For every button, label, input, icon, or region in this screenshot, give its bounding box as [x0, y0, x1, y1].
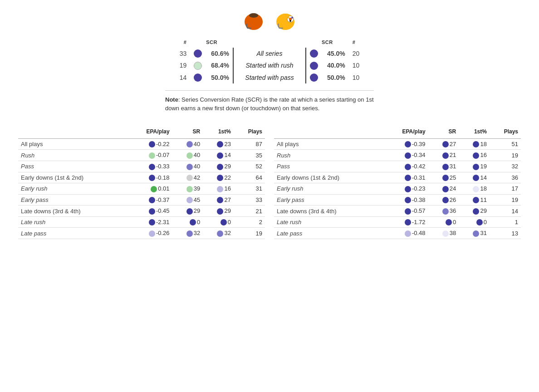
- first-cell: 32: [203, 228, 234, 239]
- row-label: Early pass: [274, 194, 382, 206]
- row-label: Late pass: [18, 228, 127, 239]
- first-dot-icon: [476, 219, 483, 225]
- series-table: # SCR SCR # 33 60.6% All series 45.0% 20: [176, 39, 363, 83]
- browns-col-label: [18, 127, 127, 139]
- sr-dot-icon: [442, 208, 449, 215]
- sr-dot-icon: [442, 186, 449, 192]
- row-label: All plays: [18, 138, 127, 150]
- table-row: Late pass-0.48383113: [274, 228, 521, 239]
- sr-dot-icon: [186, 230, 193, 237]
- sr-dot-icon: [186, 186, 193, 192]
- row-label: Early downs (1st & 2nd): [18, 172, 127, 183]
- epa-dot-icon: [149, 175, 155, 181]
- left-num-3: 14: [176, 72, 191, 83]
- browns-col-first: 1st%: [203, 127, 234, 139]
- first-cell: 14: [203, 150, 234, 161]
- epa-cell: -0.26: [127, 228, 172, 239]
- svg-point-9: [289, 20, 291, 22]
- series-row-all: 33 60.6% All series 45.0% 20: [176, 48, 363, 59]
- first-dot-icon: [473, 197, 479, 203]
- first-dot-icon: [217, 208, 223, 215]
- table-row: Early pass-0.37452733: [18, 194, 265, 206]
- epa-cell: 0.01: [127, 183, 172, 195]
- row-label: Early rush: [274, 183, 382, 195]
- epa-dot-icon: [405, 175, 411, 181]
- first-cell: 14: [459, 172, 490, 183]
- row-label: Late rush: [274, 216, 382, 228]
- epa-dot-icon: [149, 197, 155, 203]
- epa-dot-icon: [405, 230, 411, 237]
- sr-cell: 36: [428, 206, 459, 217]
- first-cell: 29: [459, 206, 490, 217]
- right-dot-1: [306, 48, 323, 59]
- sr-cell: 45: [172, 194, 203, 206]
- series-label-1: All series: [233, 48, 306, 59]
- epa-cell: -0.23: [382, 183, 428, 195]
- table-row: Rush-0.07401435: [18, 150, 265, 161]
- epa-cell: -0.39: [382, 138, 428, 150]
- plays-cell: 31: [234, 183, 265, 195]
- epa-dot-icon: [149, 164, 155, 170]
- steelers-col-first: 1st%: [459, 127, 490, 139]
- sr-cell: 38: [428, 228, 459, 239]
- epa-cell: -0.22: [127, 138, 172, 150]
- table-row: Late rush-2.31002: [18, 216, 265, 228]
- right-num-2: 10: [349, 59, 363, 71]
- steelers-stats: EPA/play SR 1st% Plays All plays-0.39271…: [270, 127, 525, 239]
- plays-cell: 19: [490, 194, 521, 206]
- row-label: Early rush: [18, 183, 127, 195]
- plays-cell: 52: [234, 161, 265, 172]
- plays-cell: 17: [490, 183, 521, 195]
- row-label: Late downs (3rd & 4th): [274, 206, 382, 217]
- first-dot-icon: [217, 197, 223, 203]
- first-cell: 19: [459, 161, 490, 172]
- sr-cell: 21: [428, 150, 459, 161]
- first-dot-icon: [473, 164, 479, 170]
- sr-dot-icon: [186, 141, 193, 147]
- epa-dot-icon: [149, 219, 155, 225]
- plays-cell: 19: [234, 228, 265, 239]
- sr-dot-icon: [186, 152, 193, 159]
- epa-cell: -0.37: [127, 194, 172, 206]
- first-dot-icon: [217, 230, 223, 237]
- row-label: All plays: [274, 138, 382, 150]
- stats-section: EPA/play SR 1st% Plays All plays-0.22402…: [9, 127, 530, 239]
- epa-dot-icon: [405, 197, 411, 203]
- note-bold: Note: [165, 96, 178, 103]
- left-dot-1: [190, 48, 207, 59]
- epa-dot-icon: [405, 186, 411, 192]
- steelers-col-sr: SR: [428, 127, 459, 139]
- sr-dot-icon: [186, 164, 193, 170]
- table-row: Late rush-1.72001: [274, 216, 521, 228]
- plays-cell: 2: [234, 216, 265, 228]
- series-row-rush: 19 68.4% Started with rush 40.0% 10: [176, 59, 363, 71]
- first-cell: 0: [459, 216, 490, 228]
- epa-cell: -0.42: [382, 161, 428, 172]
- plays-cell: 21: [234, 206, 265, 217]
- table-row: Early pass-0.38261119: [274, 194, 521, 206]
- row-label: Early pass: [18, 194, 127, 206]
- series-label-2: Started with rush: [233, 59, 306, 71]
- first-cell: 18: [459, 138, 490, 150]
- epa-cell: -0.57: [382, 206, 428, 217]
- plays-cell: 35: [234, 150, 265, 161]
- epa-cell: -1.72: [382, 216, 428, 228]
- sr-cell: 40: [172, 138, 203, 150]
- epa-dot-icon: [149, 152, 155, 159]
- row-label: Pass: [274, 161, 382, 172]
- browns-col-plays: Plays: [234, 127, 265, 139]
- plays-cell: 13: [490, 228, 521, 239]
- epa-cell: -0.45: [127, 206, 172, 217]
- series-row-pass: 14 50.0% Started with pass 50.0% 10: [176, 72, 363, 83]
- row-label: Late downs (3rd & 4th): [18, 206, 127, 217]
- col-scr-left: SCR: [190, 39, 233, 48]
- row-label: Early downs (1st & 2nd): [274, 172, 382, 183]
- table-row: All plays-0.22402387: [18, 138, 265, 150]
- left-num-2: 19: [176, 59, 191, 71]
- first-dot-icon: [217, 186, 223, 192]
- row-label: Rush: [274, 150, 382, 161]
- sr-cell: 42: [172, 172, 203, 183]
- sr-cell: 25: [428, 172, 459, 183]
- sr-dot-icon: [442, 175, 449, 181]
- sr-cell: 0: [172, 216, 203, 228]
